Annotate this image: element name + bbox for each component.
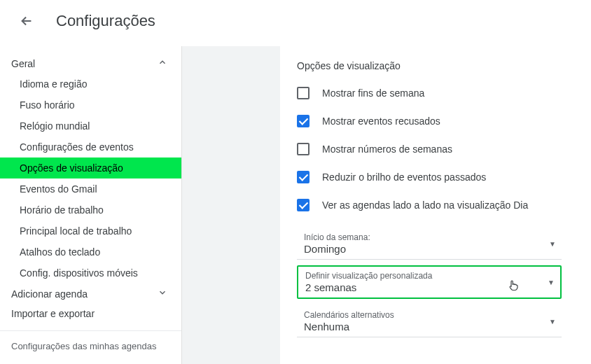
checkbox-side-by-side[interactable] <box>297 199 310 211</box>
sidebar-item-mobile-config[interactable]: Config. dispositivos móveis <box>0 262 181 284</box>
dropdown-label: Calendários alternativos <box>304 310 549 320</box>
sidebar-section-general[interactable]: Geral <box>0 53 181 74</box>
checkbox-row-weekends: Mostrar fins de semana <box>297 87 562 99</box>
sidebar-item-working-hours[interactable]: Horário de trabalho <box>0 200 181 220</box>
chevron-up-icon <box>158 57 167 69</box>
checkbox-row-side-by-side: Ver as agendas lado a lado na visualizaç… <box>297 199 562 211</box>
dropdown-label: Definir visualização personalizada <box>305 271 535 281</box>
checkbox-weekends[interactable] <box>297 87 310 99</box>
sidebar-item-work-location[interactable]: Principal local de trabalho <box>0 220 181 241</box>
sidebar-item-timezone[interactable]: Fuso horário <box>0 94 181 115</box>
checkbox-label: Mostrar fins de semana <box>322 88 424 99</box>
checkbox-row-declined: Mostrar eventos recusados <box>297 115 562 127</box>
cursor-pointer-icon <box>507 278 520 295</box>
dropdown-label: Início da semana: <box>304 232 549 242</box>
sidebar-item-gmail-events[interactable]: Eventos do Gmail <box>0 178 181 200</box>
caret-down-icon: ▼ <box>549 318 556 326</box>
dropdown-week-start[interactable]: Início da semana: Domingo ▼ <box>297 227 562 260</box>
sidebar-section-label: Importar e exportar <box>11 308 95 319</box>
sidebar-section-import-export[interactable]: Importar e exportar <box>0 304 181 323</box>
checkbox-row-dim-past: Reduzir o brilho de eventos passados <box>297 171 562 183</box>
sidebar-my-calendars-header: Configurações das minhas agendas <box>0 330 181 351</box>
checkbox-row-week-numbers: Mostrar números de semanas <box>297 143 562 155</box>
dropdown-value: Nenhuma <box>304 321 549 332</box>
chevron-down-icon <box>158 288 167 300</box>
sidebar-item-view-options[interactable]: Opções de visualização <box>0 158 181 178</box>
checkbox-declined[interactable] <box>297 115 310 127</box>
sidebar-item-keyboard-shortcuts[interactable]: Atalhos do teclado <box>0 241 181 262</box>
content-gap <box>182 46 280 364</box>
dropdown-alt-calendars[interactable]: Calendários alternativos Nenhuma ▼ <box>297 304 562 337</box>
checkbox-label: Mostrar eventos recusados <box>322 115 440 127</box>
dropdown-custom-view[interactable]: Definir visualização personalizada 2 sem… <box>297 265 562 299</box>
sidebar-section-add-calendar[interactable]: Adicionar agenda <box>0 284 181 304</box>
sidebar-item-world-clock[interactable]: Relógio mundial <box>0 115 181 136</box>
checkbox-week-numbers[interactable] <box>297 143 310 155</box>
content-title: Opções de visualização <box>297 60 562 71</box>
checkbox-label: Reduzir o brilho de eventos passados <box>322 172 486 183</box>
caret-down-icon: ▼ <box>548 279 555 286</box>
arrow-left-icon <box>19 13 34 29</box>
sidebar-item-event-settings[interactable]: Configurações de eventos <box>0 136 181 158</box>
checkbox-dim-past[interactable] <box>297 171 310 183</box>
content-panel: Opções de visualização Mostrar fins de s… <box>280 46 591 364</box>
sidebar-section-label: Adicionar agenda <box>11 288 88 300</box>
checkbox-label: Mostrar números de semanas <box>322 144 452 155</box>
dropdown-value: Domingo <box>304 243 549 255</box>
sidebar-item-language-region[interactable]: Idioma e região <box>0 74 181 94</box>
dropdown-value: 2 semanas <box>305 281 535 293</box>
sidebar-section-label: Geral <box>11 58 35 69</box>
sidebar: Geral Idioma e região Fuso horário Relóg… <box>0 46 182 364</box>
checkbox-label: Ver as agendas lado a lado na visualizaç… <box>322 200 528 211</box>
caret-down-icon: ▼ <box>549 240 556 248</box>
page-title: Configurações <box>56 12 155 30</box>
back-button[interactable] <box>14 8 39 34</box>
